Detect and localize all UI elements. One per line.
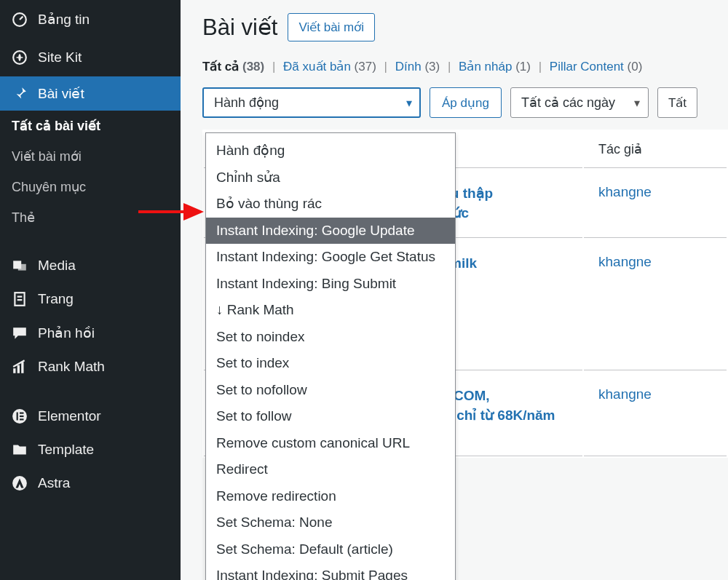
add-new-post-button[interactable]: Viết bài mới [288,13,375,41]
sidebar-item-comments[interactable]: Phản hồi [0,316,181,350]
bulk-action-dropdown[interactable]: Hành độngChỉnh sửaBỏ vào thùng rácInstan… [205,132,456,580]
svg-rect-7 [21,362,23,373]
status-filters: Tất cả (38) | Đã xuất bản (37) | Dính (3… [202,59,728,74]
sidebar-item-label: Elementor [38,408,101,424]
dashboard-icon [12,12,28,28]
page-icon [12,291,28,307]
bulk-option[interactable]: Remove custom canonical URL [206,430,455,457]
svg-rect-11 [20,416,24,417]
sidebar-item-label: Trang [38,291,74,307]
filter-sticky[interactable]: Dính (3) [395,60,440,74]
bulk-option[interactable]: Instant Indexing: Submit Pages [206,563,455,580]
date-filter-select[interactable]: Tất cả các ngày ▾ [510,87,649,118]
bulk-option[interactable]: ↓ Rank Math [206,297,455,324]
bulk-option[interactable]: Instant Indexing: Google Get Status [206,244,455,271]
sidebar-item-label: Template [38,442,94,458]
category-filter-select[interactable]: Tất [657,87,697,118]
sidebar-item-elementor[interactable]: Elementor [0,400,181,433]
sidebar-item-media[interactable]: Media [0,249,181,282]
bulk-option[interactable]: Set to index [206,350,455,377]
page-title: Bài viết [202,14,277,41]
svg-rect-5 [13,368,15,373]
bulk-option[interactable]: Instant Indexing: Bing Submit [206,271,455,298]
sidebar-item-template[interactable]: Template [0,433,181,466]
bulk-option[interactable]: Redirect [206,456,455,483]
bulk-option[interactable]: Set to nofollow [206,377,455,404]
sidebar-sub-categories[interactable]: Chuyên mục [0,172,181,202]
sitekit-icon [12,49,28,65]
annotation-arrow [135,201,208,223]
bulk-option[interactable]: Remove redirection [206,483,455,510]
column-author[interactable]: Tác giả [584,131,727,168]
bulk-option[interactable]: Hành động [206,138,455,164]
elementor-icon [12,408,28,424]
sidebar-sub-all-posts[interactable]: Tất cả bài viết [0,111,181,141]
sidebar-sub-new-post[interactable]: Viết bài mới [0,141,181,172]
sidebar-item-rankmath[interactable]: Rank Math [0,350,181,384]
apply-button[interactable]: Áp dụng [430,87,502,118]
bulk-option[interactable]: Bỏ vào thùng rác [206,191,455,218]
author-link[interactable]: khangne [598,254,652,269]
svg-rect-6 [17,365,20,373]
bulk-option[interactable]: Set Schema: None [206,509,455,536]
sidebar-item-label: Bài viết [38,85,84,102]
sidebar-item-pages[interactable]: Trang [0,282,181,316]
sidebar-item-label: Media [38,258,76,274]
folder-icon [12,442,28,458]
filter-all[interactable]: Tất cả (38) [202,60,264,74]
filter-draft[interactable]: Bản nháp (1) [459,60,531,74]
bulk-action-select[interactable]: Hành động ▾ [202,87,421,118]
media-icon [12,258,28,274]
sidebar-item-label: Site Kit [38,49,82,65]
astra-icon [12,475,28,491]
svg-rect-3 [18,264,26,271]
bulk-option[interactable]: Set Schema: Default (article) [206,536,455,563]
svg-rect-10 [20,413,24,414]
bulk-actions-toolbar: Hành động ▾ Áp dụng Tất cả các ngày ▾ Tấ… [202,87,728,118]
author-link[interactable]: khangne [598,184,652,199]
bulk-option[interactable]: Set to noindex [206,324,455,351]
svg-rect-12 [20,418,24,420]
filter-published[interactable]: Đã xuất bản (37) [283,60,376,74]
sidebar-item-astra[interactable]: Astra [0,466,181,500]
bulk-option[interactable]: Instant Indexing: Google Update [206,218,455,245]
bulk-option[interactable]: Set to follow [206,403,455,430]
comment-icon [12,325,28,341]
svg-rect-9 [17,413,18,421]
sidebar-item-dashboard[interactable]: Bảng tin [0,0,181,39]
sidebar-item-posts[interactable]: Bài viết [0,76,181,111]
filter-pillar[interactable]: Pillar Content (0) [550,60,643,74]
pin-icon [12,86,28,102]
author-link[interactable]: khangne [598,386,652,402]
sidebar-item-label: Phản hồi [38,325,95,341]
sidebar-item-label: Rank Math [38,359,105,375]
rankmath-icon [12,359,28,375]
sidebar-item-label: Astra [38,475,70,491]
bulk-option[interactable]: Chỉnh sửa [206,164,455,191]
sidebar-item-sitekit[interactable]: Site Kit [0,39,181,76]
sidebar-item-label: Bảng tin [38,11,90,28]
admin-sidebar: Bảng tin Site Kit Bài viết Tất cả bài vi… [0,0,181,580]
